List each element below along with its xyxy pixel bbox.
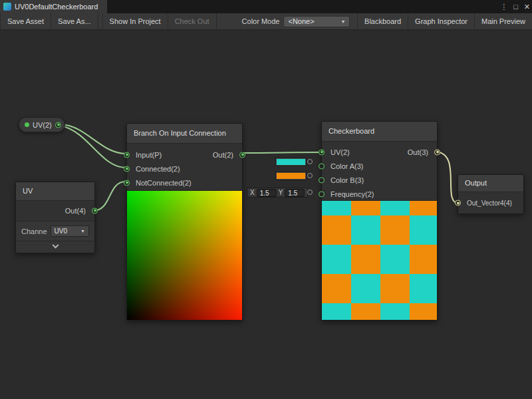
checkerboard-colora-port[interactable] <box>319 163 325 169</box>
graph-inspector-toggle-button[interactable]: Graph Inspector <box>408 13 474 29</box>
frequency-x-input[interactable]: 1.5 <box>257 189 277 197</box>
property-output-port[interactable] <box>55 122 61 128</box>
shader-graph-toolbar: Save Asset Save As... Show In Project Ch… <box>0 13 532 30</box>
shader-graph-asset-icon <box>3 3 11 11</box>
show-in-project-button[interactable]: Show In Project <box>102 13 168 29</box>
tab-uv0defaultcheckerboard[interactable]: UV0DefaultCheckerboard <box>0 0 107 13</box>
node-output[interactable]: Output Out_Vector4(4) <box>458 174 524 214</box>
checkerboard-uv-label: UV(2) <box>331 148 350 156</box>
uv-channel-control: Channe UV0 ▼ <box>16 221 94 241</box>
property-pill-label: UV(2) <box>33 121 52 129</box>
uv-out-row: Out(4) <box>65 203 94 217</box>
branch-connected-label: Connected(2) <box>136 165 180 173</box>
property-node-uv2[interactable]: UV(2) <box>19 117 65 132</box>
color-a-connector-dot[interactable] <box>307 159 313 164</box>
tab-title: UV0DefaultCheckerboard <box>15 3 98 11</box>
branch-connected-row: Connected(2) <box>127 162 242 176</box>
color-b-swatch[interactable] <box>277 173 305 179</box>
blackboard-toggle-button[interactable]: Blackboard <box>357 13 408 29</box>
node-checkerboard[interactable]: Checkerboard Out(3) UV(2) Color A(3) Col… <box>321 121 438 321</box>
output-vector4-label: Out_Vector4(4) <box>467 200 512 207</box>
checkerboard-uv-port[interactable] <box>319 149 325 155</box>
branch-notconnected-port[interactable] <box>124 180 130 186</box>
branch-connected-port[interactable] <box>124 166 130 172</box>
check-out-button: Check Out <box>168 13 217 29</box>
color-a-swatch[interactable] <box>277 159 305 165</box>
checkerboard-colorb-row: Color B(3) <box>322 173 437 187</box>
chevron-down-icon <box>52 242 59 249</box>
branch-node-preview <box>127 190 242 320</box>
main-preview-toggle-button[interactable]: Main Preview <box>474 13 532 29</box>
maximize-icon[interactable]: □ <box>513 0 518 13</box>
color-a-field[interactable] <box>275 158 307 166</box>
frequency-x-label: X <box>250 189 255 196</box>
frequency-y-label: Y <box>279 189 283 196</box>
channel-value: UV0 <box>55 227 67 235</box>
window-titlebar: UV0DefaultCheckerboard ⋮ □ ✕ <box>0 0 532 13</box>
output-vector4-port[interactable] <box>455 200 461 206</box>
node-title-output[interactable]: Output <box>458 175 523 192</box>
checkerboard-preview <box>322 200 437 320</box>
branch-notconnected-row: NotConnected(2) <box>127 176 242 190</box>
checkerboard-colora-label: Color A(3) <box>331 162 364 170</box>
checkerboard-frequency-label: Frequency(2) <box>331 190 374 198</box>
node-title-checkerboard[interactable]: Checkerboard <box>322 122 437 142</box>
window-menu-icon[interactable]: ⋮ <box>500 0 507 13</box>
node-uv[interactable]: UV Out(4) Channe UV0 ▼ <box>15 182 95 253</box>
checkerboard-frequency-row: Frequency(2) <box>322 187 437 201</box>
save-as-button[interactable]: Save As... <box>51 13 98 29</box>
uv-out-label: Out(4) <box>65 207 86 215</box>
branch-notconnected-label: NotConnected(2) <box>136 179 192 187</box>
uv-out-port[interactable] <box>92 207 98 213</box>
color-b-connector-dot[interactable] <box>307 173 313 178</box>
edge-branch-to-checkerboard[interactable] <box>240 152 321 153</box>
checkerboard-colora-row: Color A(3) <box>322 159 437 173</box>
frequency-y-input[interactable]: 1.5 <box>285 189 305 197</box>
exposed-property-dot <box>25 122 29 127</box>
chevron-down-icon: ▼ <box>80 229 85 233</box>
color-b-field[interactable] <box>275 172 307 180</box>
branch-input-label: Input(P) <box>136 151 162 159</box>
close-icon[interactable]: ✕ <box>524 0 530 13</box>
branch-input-port[interactable] <box>124 152 130 158</box>
branch-input-row: Input(P) <box>127 148 242 162</box>
checkerboard-colorb-port[interactable] <box>319 177 325 183</box>
color-mode-dropdown[interactable]: <None> ▼ <box>283 16 350 27</box>
color-mode-label: Color Mode <box>238 17 284 25</box>
checkerboard-uv-row: UV(2) <box>322 145 437 159</box>
node-branch-on-input-connection[interactable]: Branch On Input Connection Out(2) Input(… <box>126 123 243 321</box>
frequency-field: X 1.5 Y 1.5 <box>247 188 308 198</box>
save-asset-button[interactable]: Save Asset <box>0 13 51 29</box>
checkerboard-frequency-port[interactable] <box>319 191 325 197</box>
channel-label: Channe <box>21 227 47 235</box>
node-title-branch[interactable]: Branch On Input Connection <box>127 124 242 144</box>
output-vector4-row: Out_Vector4(4) <box>458 192 523 213</box>
color-mode-value: <None> <box>288 17 314 25</box>
frequency-connector-dot[interactable] <box>307 190 313 195</box>
chevron-down-icon: ▼ <box>341 19 346 24</box>
checkerboard-colorb-label: Color B(3) <box>331 176 364 184</box>
collapse-preview-button[interactable] <box>16 241 94 253</box>
node-title-uv[interactable]: UV <box>16 182 94 201</box>
channel-dropdown[interactable]: UV0 ▼ <box>51 225 89 237</box>
